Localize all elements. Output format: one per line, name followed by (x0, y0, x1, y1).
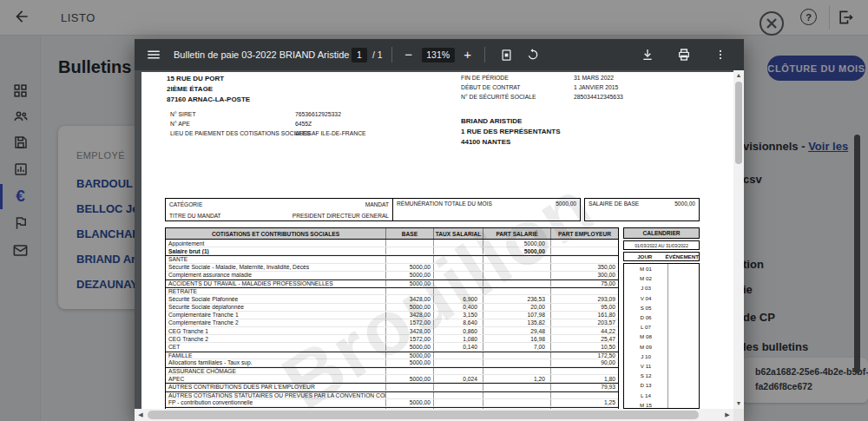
employee-address: BRIAND ARISTIDE 1 RUE DES REPRÉSENTANTS … (461, 116, 561, 148)
payslip-cell-taux (433, 384, 483, 390)
calendar-period: 01/03/2022 AU 31/03/2022 (623, 240, 700, 250)
pdf-viewer-modal: Bulletin de paie 03-2022 BRIAND Aristide… (135, 39, 744, 421)
payslip-cell-emp (550, 256, 618, 262)
scroll-left-arrow[interactable]: ◀ (135, 409, 147, 421)
payslip-cell-base: 5000,00 (385, 359, 433, 366)
calendar-day: M 08 (624, 332, 699, 341)
zoom-out-button[interactable]: − (401, 48, 417, 62)
calendar-title: CALENDRIER (623, 227, 700, 239)
payslip-cell-emp (550, 240, 618, 247)
payslip-cell-sal (483, 384, 550, 390)
payslip-cell-lbl: CEG Tranche 2 (166, 335, 385, 342)
payslip-table-row: ACCIDENTS DU TRAVAIL - MALADIES PROFESSI… (166, 280, 618, 287)
pdf-viewport: 15 RUE DU PORT 2IÈME ÉTAGE 87160 ARNAC-L… (135, 70, 733, 409)
payslip-table-row: Complément assurance maladie5000,00300,0… (166, 272, 618, 280)
payslip-table-row: Sécurité Sociale Plafonnée3428,006,90023… (166, 295, 618, 303)
calendar-days: M 01M 02J 03V 04S 05D 06L 07M 08M 09J 10… (623, 263, 700, 409)
payslip-cell-sal (483, 256, 550, 262)
scroll-down-arrow[interactable]: ▼ (733, 398, 744, 409)
payslip-cell-lbl: ASSURANCE CHÔMAGE (166, 368, 385, 374)
employer-fields: N° SIRET76536612925332 N° APE6455Z LIEU … (170, 109, 366, 138)
rotate-icon[interactable] (523, 45, 542, 64)
fit-page-icon[interactable] (497, 45, 516, 64)
payslip-cell-taux (433, 359, 483, 366)
payslip-cell-taux (433, 272, 483, 279)
payslip-cell-emp: 1,80 (550, 375, 618, 382)
calendar-day: S 12 (624, 371, 699, 380)
horizontal-scrollbar-thumb[interactable] (148, 411, 699, 419)
payslip-cell-sal: 29,48 (483, 327, 550, 334)
payslip-cell-lbl: Sécurité Sociale déplafonnée (166, 304, 385, 311)
scroll-right-arrow[interactable]: ▶ (721, 409, 733, 421)
horizontal-scrollbar[interactable]: ◀ ▶ (135, 409, 733, 421)
calendar-day: D 13 (624, 380, 699, 390)
payslip-cell-lbl: Appointement (166, 240, 385, 247)
payslip-cell-taux (433, 399, 483, 406)
payslip-table-row: Complémentaire Tranche 13428,003,150107,… (166, 312, 618, 319)
payslip-cell-base (385, 247, 433, 254)
payslip-cell-sal: 5000,00 (483, 247, 550, 254)
payslip-cell-lbl: ACCIDENTS DU TRAVAIL - MALADIES PROFESSI… (166, 280, 385, 286)
calendar-day: L 07 (624, 322, 699, 332)
more-vertical-icon[interactable] (711, 45, 730, 64)
payslip-cell-emp (550, 247, 618, 254)
payslip-cell-base: 3428,00 (385, 295, 433, 302)
payslip-cell-base: 3428,00 (385, 312, 433, 319)
payslip-cell-base (385, 368, 433, 374)
payslip-cell-emp: 161,80 (550, 312, 618, 319)
payslip-table-row: CEG Tranche 21572,001,08016,9825,47 (166, 335, 618, 343)
payslip-cell-lbl: SANTE (166, 256, 385, 262)
payslip-cell-emp: 350,00 (550, 264, 618, 271)
toolbar-divider (484, 47, 485, 62)
payslip-cell-sal (483, 280, 550, 286)
calendar-day: V 11 (624, 361, 699, 371)
payslip-table-row: Salaire brut (1)5000,00 (166, 247, 618, 255)
contributions-table-header: COTISATIONS ET CONTRIBUTIONS SOCIALES BA… (166, 228, 618, 240)
scroll-up-arrow[interactable]: ▲ (733, 70, 744, 81)
payslip-cell-taux (433, 240, 483, 247)
payslip-cell-lbl: FAMILLE (166, 352, 385, 359)
vertical-scrollbar[interactable]: ▲ ▼ (733, 70, 744, 409)
zoom-in-button[interactable]: + (460, 48, 476, 62)
payslip-cell-base: 5000,00 (385, 264, 433, 271)
download-icon[interactable] (638, 45, 657, 64)
payslip-cell-sal: 135,82 (483, 319, 550, 326)
payslip-cell-taux (433, 288, 483, 294)
payslip-cell-emp: 293,09 (550, 295, 618, 302)
base-salary-box: SALAIRE DE BASE5000,00 (584, 198, 700, 221)
payslip-cell-emp: 300,00 (550, 272, 618, 279)
payslip-cell-taux: 0,400 (433, 304, 483, 311)
payslip-cell-taux (433, 368, 483, 374)
menu-icon[interactable] (146, 47, 161, 62)
payslip-cell-base (385, 392, 433, 398)
page-number-input[interactable]: 1 (352, 48, 367, 62)
payslip-cell-lbl: APEC (166, 375, 385, 382)
payslip-cell-emp: 75,00 (550, 280, 618, 286)
payslip-cell-lbl: CEG Tranche 1 (166, 327, 385, 334)
payslip-table-row: FAMILLE5000,00172,50 (166, 352, 618, 359)
calendar-day: S 05 (624, 303, 699, 312)
payslip-cell-lbl: Complément assurance maladie (166, 272, 385, 279)
payslip-table-row: AUTRES CONTRIBUTIONS DUES PAR L'EMPLOYEU… (166, 383, 618, 391)
payslip-cell-lbl: Complémentaire Tranche 2 (166, 319, 385, 326)
payslip-cell-taux: 1,080 (433, 335, 483, 342)
payslip-cell-taux (433, 392, 483, 398)
payslip-cell-emp: 203,57 (550, 319, 618, 326)
calendar-day: M 02 (624, 273, 699, 283)
category-box: CATÉGORIEMANDAT TITRE DU MANDATPRESIDENT… (165, 198, 393, 221)
payslip-cell-emp (550, 368, 618, 374)
payslip-cell-taux (433, 256, 483, 262)
payslip-table-row: RETRAITE (166, 287, 618, 295)
payslip-cell-base (385, 240, 433, 247)
payslip-cell-sal: 16,98 (483, 335, 550, 342)
payslip-table-row: ASSURANCE CHÔMAGE (166, 367, 618, 375)
payslip-cell-sal (483, 368, 550, 374)
print-icon[interactable] (674, 45, 694, 64)
calendar-day: M 09 (624, 342, 699, 352)
toolbar-divider (391, 47, 392, 62)
payslip-cell-sal: 5000,00 (483, 240, 550, 247)
payslip-table-row: Complémentaire Tranche 21572,008,640135,… (166, 319, 618, 327)
vertical-scrollbar-thumb[interactable] (735, 82, 742, 164)
calendar-day: J 03 (624, 283, 699, 293)
calendar-day: L 14 (624, 390, 699, 399)
